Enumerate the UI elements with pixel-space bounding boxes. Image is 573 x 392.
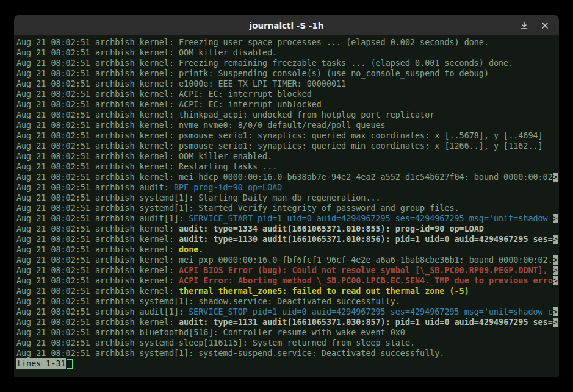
truncation-marker: > <box>553 255 558 265</box>
close-button[interactable] <box>537 18 553 34</box>
log-line: Aug 21 08:02:51 archbish systemd[1]: sys… <box>16 348 559 358</box>
log-segment: Aug 21 08:02:51 archbish kernel: Freezin… <box>16 38 489 47</box>
log-segment: Aug 21 08:02:51 archbish kernel: <box>16 287 179 296</box>
truncation-marker: > <box>553 235 558 244</box>
download-icon <box>520 21 528 30</box>
log-line: Aug 21 08:02:51 archbish kernel: audit: … <box>16 234 559 244</box>
download-button[interactable] <box>516 18 532 34</box>
log-segment: Aug 21 08:02:51 archbish systemd[1]: Sta… <box>16 204 459 213</box>
log-line: Aug 21 08:02:51 archbish kernel: ACPI Er… <box>16 276 559 286</box>
log-line: Aug 21 08:02:51 archbish kernel: mei_hdc… <box>16 172 559 182</box>
log-line: Aug 21 08:02:51 archbish kernel: nvme nv… <box>16 120 559 130</box>
log-segment: ACPI BIOS Error (bug): Could not resolve… <box>179 266 553 275</box>
log-line: Aug 21 08:02:51 archbish kernel: Freezin… <box>16 37 559 48</box>
log-segment: Aug 21 08:02:51 archbish systemd[1]: sys… <box>16 349 444 358</box>
log-segment: ACPI Error: Aborting method \_SB.PC00.LP… <box>179 276 553 285</box>
log-segment: Aug 21 08:02:51 archbish systemd[1]: sha… <box>16 297 400 306</box>
title-bar[interactable]: journalctl -S -1h <box>14 15 559 35</box>
log-segment: Aug 21 08:02:51 archbish kernel: <box>16 224 179 233</box>
log-segment: Aug 21 08:02:51 archbish kernel: <box>16 235 179 244</box>
log-line: Aug 21 08:02:51 archbish kernel: mei_pxp… <box>16 255 559 265</box>
log-line: Aug 21 08:02:51 archbish kernel: thermal… <box>16 286 559 296</box>
log-line: Aug 21 08:02:51 archbish kernel: OOM kil… <box>16 151 559 162</box>
log-segment: Aug 21 08:02:51 archbish kernel: mei_pxp… <box>16 255 553 265</box>
log-line: Aug 21 08:02:51 archbish kernel: done. <box>16 244 559 255</box>
log-line: Aug 21 08:02:51 archbish bluetoothd[516]… <box>16 327 559 338</box>
log-segment: Aug 21 08:02:51 archbish kernel: OOM kil… <box>16 48 277 57</box>
status-line: lines 1-31 <box>16 358 559 369</box>
log-line: Aug 21 08:02:51 archbish kernel: psmouse… <box>16 141 559 151</box>
log-segment: Aug 21 08:02:51 archbish kernel: psmouse… <box>16 131 543 140</box>
truncation-marker: > <box>553 173 558 182</box>
log-segment: Aug 21 08:02:51 archbish kernel: ACPI: E… <box>16 90 312 99</box>
log-segment: Aug 21 08:02:51 archbish kernel: mei_hdc… <box>16 173 553 182</box>
log-segment: Aug 21 08:02:51 archbish kernel: psmouse… <box>16 141 543 151</box>
terminal-window: journalctl -S -1h Aug 21 08:02:51 archbi… <box>14 15 559 377</box>
log-segment: SERVICE_START pid=1 uid=0 auid=429496729… <box>189 214 553 223</box>
log-line: Aug 21 08:02:51 archbish systemd[1]: Sta… <box>16 193 559 203</box>
truncation-marker: > <box>553 214 558 223</box>
log-line: Aug 21 08:02:51 archbish kernel: audit: … <box>16 317 559 327</box>
terminal-cursor <box>67 359 73 369</box>
log-line: Aug 21 08:02:51 archbish systemd[1]: sha… <box>16 296 559 307</box>
log-segment: audit: type=1130 audit(1661065371.010:85… <box>179 235 553 244</box>
log-line: Aug 21 08:02:51 archbish kernel: ACPI: E… <box>16 89 559 99</box>
log-segment: Aug 21 08:02:51 archbish kernel: e1000e:… <box>16 79 346 88</box>
log-line: Aug 21 08:02:51 archbish kernel: Restart… <box>16 162 559 172</box>
log-segment: Aug 21 08:02:51 archbish bluetoothd[516]… <box>16 328 405 337</box>
log-line: Aug 21 08:02:51 archbish kernel: ACPI BI… <box>16 265 559 276</box>
log-segment: Aug 21 08:02:51 archbish kernel: <box>16 276 179 285</box>
log-segment: Aug 21 08:02:51 archbish kernel: <box>16 266 179 275</box>
log-segment: . <box>198 245 203 254</box>
log-segment: Aug 21 08:02:51 archbish systemd[1]: Sta… <box>16 193 381 202</box>
log-segment: Aug 21 08:02:51 archbish audit[1]: <box>16 307 189 316</box>
truncation-marker: > <box>553 266 558 275</box>
log-line: Aug 21 08:02:51 archbish kernel: printk:… <box>16 68 559 79</box>
terminal-screen[interactable]: Aug 21 08:02:51 archbish kernel: Freezin… <box>14 35 559 377</box>
log-segment: Aug 21 08:02:51 archbish kernel: thinkpa… <box>16 110 434 119</box>
log-segment: Aug 21 08:02:51 archbish kernel: Freezin… <box>16 59 513 68</box>
log-line: Aug 21 08:02:51 archbish systemd-sleep[1… <box>16 338 559 348</box>
truncation-marker: > <box>553 276 558 285</box>
log-line: Aug 21 08:02:51 archbish kernel: Freezin… <box>16 58 559 68</box>
log-segment: Aug 21 08:02:51 archbish kernel: nvme nv… <box>16 121 386 130</box>
log-segment: audit: type=1334 audit(1661065371.010:85… <box>179 224 484 233</box>
log-segment: Aug 21 08:02:51 archbish audit: <box>16 183 174 192</box>
log-segment: audit: type=1131 audit(1661065371.030:85… <box>179 318 553 327</box>
truncation-marker: > <box>553 318 558 327</box>
close-icon <box>541 22 549 29</box>
log-line: Aug 21 08:02:51 archbish systemd[1]: Sta… <box>16 203 559 213</box>
log-segment: done <box>179 245 198 254</box>
log-segment: thermal thermal_zone5: failed to read ou… <box>179 287 469 296</box>
truncation-marker: > <box>553 307 558 316</box>
log-line: Aug 21 08:02:51 archbish kernel: OOM kil… <box>16 48 559 58</box>
pager-status: lines 1-31 <box>16 358 66 369</box>
log-segment: BPF prog-id=90 op=LOAD <box>174 183 282 192</box>
log-line: Aug 21 08:02:51 archbish audit[1]: SERVI… <box>16 307 559 317</box>
log-line: Aug 21 08:02:51 archbish kernel: audit: … <box>16 224 559 234</box>
log-segment: Aug 21 08:02:51 archbish systemd-sleep[1… <box>16 338 415 347</box>
log-segment: Aug 21 08:02:51 archbish audit[1]: <box>16 214 189 223</box>
log-segment: Aug 21 08:02:51 archbish kernel: Restart… <box>16 162 277 171</box>
log-segment: Aug 21 08:02:51 archbish kernel: ACPI: E… <box>16 100 322 109</box>
log-segment: Aug 21 08:02:51 archbish kernel: <box>16 245 179 254</box>
window-title: journalctl -S -1h <box>250 21 324 30</box>
log-segment: Aug 21 08:02:51 archbish kernel: <box>16 318 179 327</box>
log-line: Aug 21 08:02:51 archbish kernel: psmouse… <box>16 130 559 141</box>
titlebar-controls <box>516 15 553 35</box>
log-segment: Aug 21 08:02:51 archbish kernel: printk:… <box>16 69 489 78</box>
log-line: Aug 21 08:02:51 archbish kernel: e1000e:… <box>16 79 559 89</box>
log-line: Aug 21 08:02:51 archbish kernel: thinkpa… <box>16 110 559 120</box>
log-segment: SERVICE_STOP pid=1 uid=0 auid=4294967295… <box>189 307 553 316</box>
log-segment: Aug 21 08:02:51 archbish kernel: OOM kil… <box>16 152 272 161</box>
log-line: Aug 21 08:02:51 archbish kernel: ACPI: E… <box>16 99 559 110</box>
log-line: Aug 21 08:02:51 archbish audit: BPF prog… <box>16 182 559 193</box>
log-line: Aug 21 08:02:51 archbish audit[1]: SERVI… <box>16 213 559 224</box>
